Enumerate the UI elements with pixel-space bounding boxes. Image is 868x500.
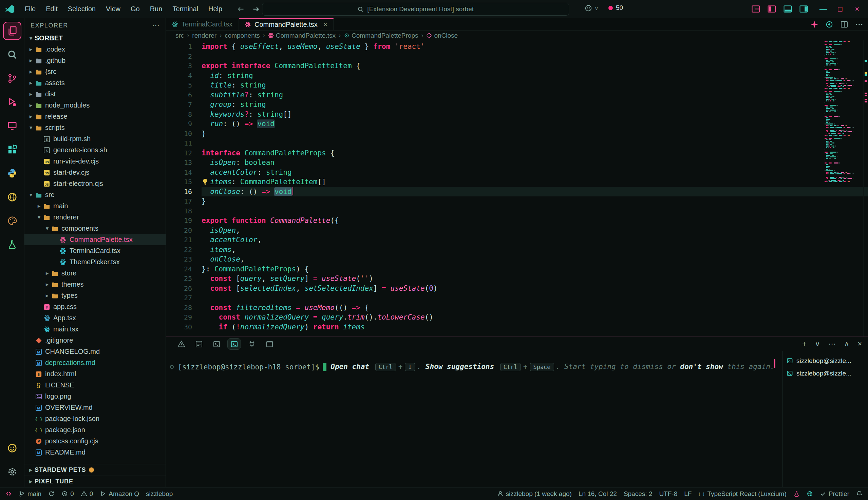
code-line[interactable]: items, [202, 245, 868, 255]
close-button[interactable]: × [850, 2, 864, 16]
file-ThemePicker.tsx[interactable]: ThemePicker.tsx [24, 257, 166, 268]
status-amazon-q[interactable]: Amazon Q [97, 487, 143, 500]
folder-node_modules[interactable]: ▸node_modules [24, 100, 166, 111]
terminal-suggestion[interactable]: Open chat Ctrl+I. Show suggestions Ctrl+… [330, 363, 774, 371]
file-build-rpm.sh[interactable]: $build-rpm.sh [24, 133, 166, 145]
maximize-button[interactable]: □ [833, 2, 847, 16]
activity-testing-icon[interactable] [3, 236, 21, 254]
panel-tab-output[interactable] [192, 339, 205, 349]
terminal-scrollbar[interactable] [774, 359, 775, 368]
line-number[interactable]: 27 [166, 293, 202, 303]
status-git-branch[interactable]: main [15, 487, 45, 500]
workspace-root[interactable]: ▾ SORBET [24, 33, 166, 44]
status-notifications[interactable] [853, 487, 866, 500]
panel-tab-ports[interactable] [245, 339, 258, 349]
section-pixel-tube[interactable]: ▸PIXEL TUBE [24, 476, 166, 487]
activity-palette-icon[interactable] [3, 212, 21, 230]
code-line[interactable] [202, 206, 868, 216]
folder-themes[interactable]: ▸themes [24, 279, 166, 290]
launch-profile-icon[interactable]: ∨ [815, 340, 820, 348]
breadcrumb-onClose[interactable]: onClose [426, 32, 458, 39]
line-number[interactable]: 5 [166, 80, 202, 90]
folder-dist[interactable]: ▸dist [24, 89, 166, 100]
toggle-right-sidebar-icon[interactable] [799, 4, 808, 14]
close-tab-icon[interactable]: × [323, 21, 327, 29]
minimize-button[interactable]: — [816, 2, 830, 16]
code-line[interactable]: const filteredItems = useMemo(() => { [202, 303, 868, 313]
close-panel-icon[interactable]: × [857, 340, 862, 348]
line-number[interactable]: 17 [166, 196, 202, 206]
profile-badge[interactable]: 50 [608, 4, 623, 12]
folder-store[interactable]: ▸store [24, 268, 166, 279]
activity-settings-icon[interactable] [3, 463, 21, 481]
folder-main[interactable]: ▸main [24, 201, 166, 212]
code-line[interactable]: } [202, 129, 868, 139]
line-number[interactable]: 16 [166, 187, 202, 197]
code-line[interactable]: isOpen: boolean [202, 158, 868, 168]
code-line[interactable]: title: string [202, 80, 868, 90]
folder-types[interactable]: ▸types [24, 290, 166, 301]
line-number[interactable]: 21 [166, 235, 202, 245]
line-number[interactable]: 30 [166, 322, 202, 332]
folder-components[interactable]: ▾components [24, 223, 166, 234]
folder-.github[interactable]: ▸.github [24, 55, 166, 66]
file-package.json[interactable]: { }package.json [24, 424, 166, 435]
line-number[interactable]: 12 [166, 148, 202, 158]
folder-release[interactable]: ▸release [24, 111, 166, 122]
activity-python-icon[interactable] [3, 164, 21, 182]
file-generate-icons.sh[interactable]: $generate-icons.sh [24, 145, 166, 156]
activity-run-debug-icon[interactable] [3, 93, 21, 111]
file-LICENSE[interactable]: LICENSE [24, 379, 166, 391]
code-line[interactable]: const normalizedQuery = query.trim().toL… [202, 312, 868, 322]
file-package-lock.json[interactable]: { }package-lock.json [24, 413, 166, 424]
section-stardew-pets[interactable]: ▸STARDEW PETS [24, 464, 166, 476]
status-browser-status[interactable] [803, 487, 816, 500]
file-CommandPalette.tsx[interactable]: CommandPalette.tsx [24, 234, 166, 245]
file-.gitignore[interactable]: .gitignore [24, 335, 166, 346]
line-number[interactable]: 15 [166, 177, 202, 187]
terminal-session[interactable]: sizzlebop@sizzle... [782, 367, 868, 379]
code-line[interactable]: interface CommandPaletteProps { [202, 148, 868, 158]
folder-assets[interactable]: ▸assets [24, 77, 166, 89]
activity-live-server-icon[interactable] [3, 188, 21, 206]
menu-edit[interactable]: Edit [41, 3, 63, 15]
status-cursor-position[interactable]: Ln 16, Col 22 [575, 487, 620, 500]
line-number[interactable]: 20 [166, 226, 202, 236]
toggle-bottom-panel-icon[interactable] [783, 4, 792, 14]
line-number[interactable]: 9 [166, 119, 202, 129]
status-encoding[interactable]: UTF-8 [656, 487, 681, 500]
code-line[interactable]: accentColor: string [202, 168, 868, 178]
code-line[interactable]: isOpen, [202, 226, 868, 236]
panel-tab-simple-browser[interactable] [263, 339, 276, 349]
sparkle-icon[interactable] [810, 20, 819, 29]
code-line[interactable] [202, 138, 868, 148]
activity-remote-explorer-icon[interactable] [3, 117, 21, 135]
line-number[interactable]: 2 [166, 52, 202, 61]
code-line[interactable]: } [202, 196, 868, 206]
status-errors[interactable]: 0 [58, 487, 77, 500]
status-remote-indicator[interactable] [2, 487, 15, 500]
code-line[interactable]: id: string [202, 71, 868, 81]
back-button[interactable] [237, 5, 245, 13]
maximize-panel-icon[interactable]: ∧ [844, 340, 849, 348]
breadcrumb-CommandPalette.tsx[interactable]: CommandPalette.tsx [268, 32, 336, 39]
folder-scripts[interactable]: ▾scripts [24, 122, 166, 133]
target-icon[interactable] [825, 20, 833, 29]
activity-account-icon[interactable] [3, 439, 21, 457]
line-number[interactable]: 7 [166, 100, 202, 110]
activity-source-control-icon[interactable] [3, 69, 21, 88]
file-TerminalCard.tsx[interactable]: TerminalCard.tsx [24, 245, 166, 257]
code-line[interactable]: }: CommandPaletteProps) { [202, 264, 868, 274]
status-user[interactable]: sizzlebop [143, 487, 176, 500]
activity-extensions-icon[interactable] [3, 140, 21, 159]
status-extension-status[interactable] [790, 487, 803, 500]
line-number[interactable]: 10 [166, 129, 202, 139]
code-line[interactable] [202, 52, 868, 61]
code-line[interactable]: onClose, [202, 254, 868, 264]
status-eol[interactable]: LF [681, 487, 695, 500]
file-postcss.config.cjs[interactable]: Ppostcss.config.cjs [24, 435, 166, 447]
terminal-session[interactable]: sizzlebop@sizzle... [782, 354, 868, 367]
file-start-electron.cjs[interactable]: JSstart-electron.cjs [24, 178, 166, 189]
code-line[interactable]: items: CommandPaletteItem[] [202, 177, 868, 187]
minimap[interactable] [825, 41, 863, 337]
